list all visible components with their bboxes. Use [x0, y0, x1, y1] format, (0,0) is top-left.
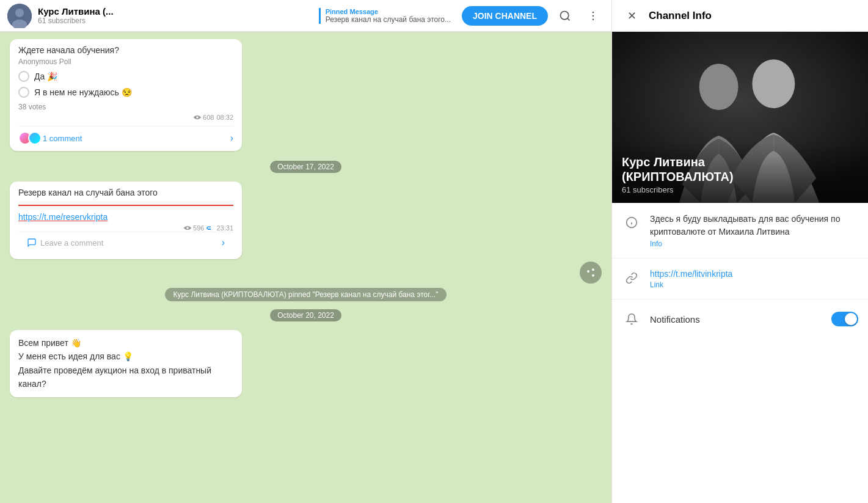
channel-photo-name: Курс Литвина(КРИПТОВАЛЮТА): [622, 155, 858, 184]
notifications-toggle[interactable]: [831, 312, 858, 326]
poll-type: Anonymous Poll: [18, 57, 233, 66]
chat-messages: Ждете начала обучения? Anonymous Poll Да…: [0, 32, 611, 503]
radio-circle-1: [18, 71, 29, 82]
reserve-message-text: Резерв канал на случай бана этого: [18, 188, 233, 206]
poll-votes: 38 votes: [18, 103, 233, 111]
poll-views: 608: [193, 114, 214, 121]
reserve-link[interactable]: https://t.me/reservkripta: [18, 212, 233, 222]
channel-info-title: Channel Info: [649, 10, 712, 22]
channel-overlay: Курс Литвина(КРИПТОВАЛЮТА) 61 subscriber…: [612, 142, 868, 203]
info-label: Info: [650, 240, 858, 248]
poll-option-1[interactable]: Да 🎉: [18, 71, 233, 82]
info-row-description: Здесь я буду выкладывать для вас обучени…: [612, 203, 868, 259]
pinned-label: Pinned Message: [326, 8, 451, 15]
poll-option-1-text: Да 🎉: [34, 72, 57, 81]
poll-meta: 608 08:32: [18, 114, 233, 121]
svg-line-4: [567, 18, 570, 20]
comment-count[interactable]: 1 comment: [43, 134, 82, 143]
leave-comment-text: Leave a comment: [27, 238, 103, 248]
channel-header-info: Курс Литвина (... 61 subscribers: [38, 6, 308, 25]
date-divider-2: October 20, 2022: [10, 309, 602, 320]
chevron-right-icon: ›: [230, 133, 233, 144]
close-button[interactable]: ✕: [622, 6, 641, 26]
poll-option-2-text: Я в нем не нуждаюсь 😒: [34, 87, 132, 97]
reserve-views: 596: [183, 224, 204, 232]
svg-point-11: [752, 59, 795, 108]
greeting-text: Всем привет 👋 У меня есть идея для вас 💡…: [18, 336, 233, 391]
poll-message: Ждете начала обучения? Anonymous Poll Да…: [10, 39, 242, 151]
pinned-text: Резерв канал на случай бана этого...: [326, 15, 451, 24]
chat-panel: Курс Литвина (... 61 subscribers Pinned …: [0, 0, 611, 503]
info-row-link: https://t.me/litvinkripta Link: [612, 259, 868, 299]
bell-icon: [622, 309, 641, 329]
poll-option-2[interactable]: Я в нем не нуждаюсь 😒: [18, 87, 233, 98]
forwarded-icon: [206, 224, 214, 232]
pin-notice: Курс Литвина (КРИПТОВАЛЮТА) pinned "Резе…: [10, 288, 602, 299]
svg-point-1: [15, 9, 24, 17]
info-description-text: Здесь я буду выкладывать для вас обучени…: [650, 213, 858, 238]
channel-link[interactable]: https://t.me/litvinkripta: [650, 269, 732, 279]
link-label: Link: [650, 281, 858, 289]
comment-icon: [27, 238, 37, 248]
date-divider-1: October 17, 2022: [10, 161, 602, 172]
share-button-wrap: [10, 262, 602, 284]
svg-point-6: [593, 15, 594, 17]
channel-info-rows: Здесь я буду выкладывать для вас обучени…: [612, 203, 868, 339]
join-channel-button[interactable]: JOIN CHANNEL: [462, 6, 548, 26]
info-description-content: Здесь я буду выкладывать для вас обучени…: [650, 213, 858, 248]
channel-photo-image: Курс Литвина(КРИПТОВАЛЮТА) 61 subscriber…: [612, 32, 868, 203]
channel-avatar: [7, 4, 32, 28]
chat-header: Курс Литвина (... 61 subscribers Pinned …: [0, 0, 611, 32]
notifications-row: Notifications: [612, 299, 868, 339]
poll-question: Ждете начала обучения?: [18, 45, 233, 55]
reserve-message: Резерв канал на случай бана этого https:…: [10, 182, 242, 259]
svg-point-3: [561, 11, 569, 19]
toggle-knob: [845, 313, 857, 325]
leave-comment-bar: Leave a comment ›: [18, 232, 233, 253]
info-circle-icon: [622, 213, 641, 232]
comment-bar: 1 comment ›: [18, 126, 233, 145]
channel-info-panel: ✕ Channel Info: [611, 0, 868, 503]
notifications-left: Notifications: [622, 309, 700, 329]
channel-name: Курс Литвина (...: [38, 6, 308, 17]
reserve-meta: 596 23:31: [18, 224, 233, 232]
share-button[interactable]: [580, 262, 602, 284]
radio-circle-2: [18, 87, 29, 98]
right-panel-header: ✕ Channel Info: [612, 0, 868, 32]
comment-info: 1 comment: [18, 131, 82, 145]
channel-photo-subs: 61 subscribers: [622, 185, 858, 194]
leave-comment-chevron: ›: [222, 237, 225, 248]
search-icon[interactable]: [554, 5, 576, 27]
more-options-icon[interactable]: [582, 5, 604, 27]
svg-point-10: [699, 64, 739, 110]
reserve-message-wrap: Резерв канал на случай бана этого https:…: [10, 182, 602, 284]
pinned-message-preview[interactable]: Pinned Message Резерв канал на случай ба…: [319, 8, 451, 24]
notifications-label: Notifications: [650, 314, 700, 325]
subscriber-count: 61 subscribers: [38, 17, 308, 25]
link-icon: [622, 268, 641, 288]
comment-avatars: [18, 131, 38, 145]
svg-point-5: [593, 11, 594, 13]
info-link-content: https://t.me/litvinkripta Link: [650, 268, 858, 289]
channel-photo: Курс Литвина(КРИПТОВАЛЮТА) 61 subscriber…: [612, 32, 868, 203]
greeting-message: Всем привет 👋 У меня есть идея для вас 💡…: [10, 330, 242, 397]
svg-point-7: [593, 18, 594, 20]
commenter-avatar-2: [28, 131, 42, 145]
